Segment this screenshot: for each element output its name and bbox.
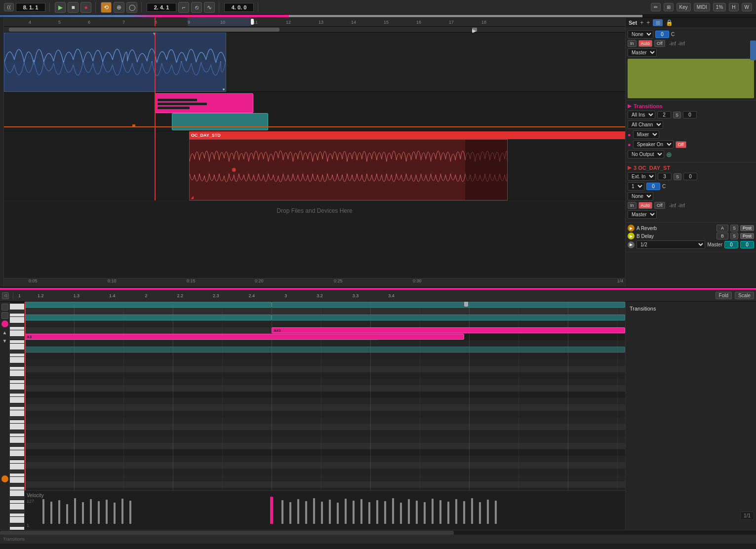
vel-bar-26[interactable] xyxy=(384,501,386,524)
bpm-display[interactable]: 2. 4. 1 xyxy=(147,3,176,12)
audio-clip-red[interactable] xyxy=(189,139,508,200)
vel-bar-6[interactable] xyxy=(82,502,84,524)
scale-btn[interactable]: Scale xyxy=(735,292,754,299)
warp-button[interactable]: ⎋ xyxy=(191,2,202,13)
pencil-icon[interactable]: ✏ xyxy=(651,3,661,11)
transitions-input2[interactable]: All Chann xyxy=(628,120,663,129)
vel-bar-3[interactable] xyxy=(58,500,60,524)
send-b-post-btn[interactable]: Post xyxy=(740,233,754,239)
loop-button[interactable]: ⟲ xyxy=(101,2,112,13)
w-button[interactable]: W xyxy=(742,3,752,11)
pr-loop-end[interactable] xyxy=(464,302,468,307)
pr-note-grid[interactable]: A#3 A3 Velocity 127 xyxy=(25,302,625,530)
track3-ext-in[interactable]: Ext. In xyxy=(628,172,656,181)
vel-bar-39[interactable] xyxy=(487,500,489,524)
pr-prev-btn[interactable]: ◁ xyxy=(2,292,9,299)
vel-bar-25[interactable] xyxy=(376,500,378,524)
vel-bar-15[interactable] xyxy=(297,499,299,524)
track1-input-dropdown[interactable]: None xyxy=(628,30,653,39)
send-a-s-btn[interactable]: S xyxy=(730,225,738,232)
vel-bar-2[interactable] xyxy=(50,502,52,524)
side-strip-item[interactable] xyxy=(750,40,756,60)
vel-bar-18[interactable] xyxy=(321,502,323,524)
clip-view-btn[interactable]: ⊞ xyxy=(653,19,663,26)
note-a-sharp-3[interactable]: A#3 xyxy=(272,327,625,333)
monitor-off-btn[interactable]: Off xyxy=(654,40,665,47)
monitor-auto-btn[interactable]: Auto xyxy=(638,40,653,47)
scroll-arrow[interactable]: ▶ xyxy=(472,28,477,32)
transitions-volume[interactable]: 2 xyxy=(657,111,671,118)
track3-input[interactable]: 1 xyxy=(628,182,644,191)
midi-clip-teal[interactable] xyxy=(172,113,268,130)
vel-bar-19[interactable] xyxy=(329,500,331,524)
send-b-s-btn[interactable]: S xyxy=(730,233,738,239)
vel-bar-36[interactable] xyxy=(463,501,465,524)
back-button[interactable]: ⟨⟨ xyxy=(4,3,14,11)
vel-bar-13[interactable] xyxy=(281,500,283,524)
transitions-fx2[interactable]: Speaker On xyxy=(633,140,674,149)
send-b-value[interactable]: B xyxy=(716,233,728,239)
zoom-display[interactable]: 1% xyxy=(713,3,726,11)
vel-bar-38[interactable] xyxy=(479,502,481,524)
bg-note-1[interactable] xyxy=(25,302,272,308)
vel-bar-22[interactable] xyxy=(353,501,355,524)
transitions-off-btn[interactable]: Off xyxy=(676,141,686,148)
vel-bar-31[interactable] xyxy=(424,502,426,524)
groove-button[interactable]: ∿ xyxy=(204,2,215,13)
send-master-vol1[interactable]: 0 xyxy=(724,241,738,248)
pr-left-btn-2[interactable] xyxy=(1,312,8,319)
transitions-zero[interactable]: 0 xyxy=(683,111,697,118)
stop-button[interactable]: ■ xyxy=(68,2,79,13)
key-button[interactable]: Key xyxy=(676,3,691,11)
track3-none[interactable]: None xyxy=(628,192,653,200)
track1-output-dropdown[interactable]: Master xyxy=(628,48,657,57)
automation-point[interactable] xyxy=(132,124,135,127)
vel-bar-33[interactable] xyxy=(439,500,441,524)
bg-note-5[interactable] xyxy=(25,347,625,353)
vel-bar-16[interactable] xyxy=(305,501,307,524)
transitions-collapse-icon[interactable]: ▶ xyxy=(628,103,632,109)
pr-left-btn-1[interactable] xyxy=(1,304,8,311)
record-button[interactable]: ● xyxy=(80,2,91,13)
fx1-icon[interactable]: ● xyxy=(628,132,631,138)
vel-bar-1[interactable] xyxy=(42,499,44,524)
vel-bar-8[interactable] xyxy=(98,501,100,524)
transitions-output[interactable]: No Output xyxy=(628,150,664,158)
track3-s-btn[interactable]: S xyxy=(674,173,681,180)
vel-bar-27[interactable] xyxy=(392,498,394,524)
track3-monitor-auto[interactable]: Auto xyxy=(638,202,653,209)
track3-output[interactable]: Master xyxy=(628,210,657,219)
pr-velocity-icon[interactable] xyxy=(1,475,8,482)
punch-in-button[interactable]: ⊕ xyxy=(114,2,124,13)
track3-volume[interactable]: 3 xyxy=(658,173,672,180)
vel-bar-10[interactable] xyxy=(114,503,116,524)
position2-display[interactable]: 4. 0. 0 xyxy=(224,3,254,12)
clip-handle[interactable] xyxy=(223,88,225,90)
scroll-position-bar[interactable]: ▶ xyxy=(4,27,625,33)
vel-bar-34[interactable] xyxy=(447,502,449,524)
track3-monitor-in[interactable]: In xyxy=(628,202,637,209)
transitions-input1[interactable]: All Ins xyxy=(628,111,655,119)
vel-bar-24[interactable] xyxy=(368,502,370,524)
scroll-thumb[interactable] xyxy=(9,28,279,32)
send-master-vol2[interactable]: 0 xyxy=(740,241,754,248)
midi-button[interactable]: MIDI xyxy=(694,3,710,11)
vel-bar-pink-1[interactable] xyxy=(270,497,273,524)
pr-down-btn[interactable]: ▼ xyxy=(1,337,8,344)
pr-quantize-display[interactable]: 1/1 xyxy=(740,511,754,520)
track3-collapse-icon[interactable]: ▶ xyxy=(628,164,632,171)
lock-icon[interactable]: 🔒 xyxy=(666,19,673,26)
vel-bar-32[interactable] xyxy=(432,499,434,524)
track3-pan[interactable]: 0 xyxy=(646,183,660,190)
transitions-fx1[interactable]: Mixer xyxy=(633,130,659,139)
monitor-in-btn[interactable]: In xyxy=(628,40,637,47)
play-button[interactable]: ▶ xyxy=(55,2,66,13)
note-a3[interactable]: A3 xyxy=(25,334,464,340)
cue-marker[interactable] xyxy=(251,19,254,25)
metronome-button[interactable]: ◯ xyxy=(126,2,137,13)
vel-bar-29[interactable] xyxy=(408,499,410,524)
vel-bar-11[interactable] xyxy=(121,499,123,524)
audio-clip-1[interactable] xyxy=(4,33,226,92)
bg-note-3[interactable] xyxy=(272,302,625,308)
vel-bar-12[interactable] xyxy=(129,501,131,524)
